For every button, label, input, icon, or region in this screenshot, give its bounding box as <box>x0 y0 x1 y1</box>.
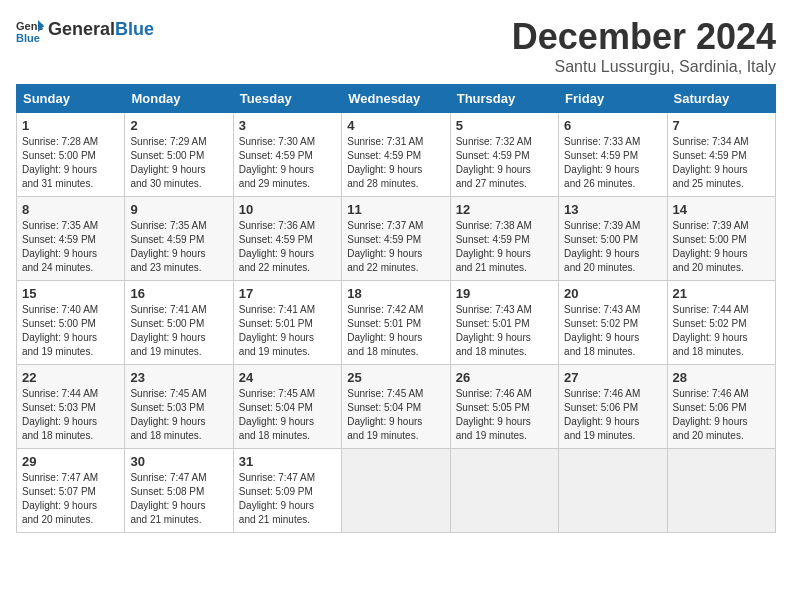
header-saturday: Saturday <box>667 85 775 113</box>
day-info: Sunrise: 7:39 AMSunset: 5:00 PMDaylight:… <box>673 220 749 273</box>
day-number: 17 <box>239 286 336 301</box>
day-info: Sunrise: 7:35 AMSunset: 4:59 PMDaylight:… <box>130 220 206 273</box>
table-row: 3Sunrise: 7:30 AMSunset: 4:59 PMDaylight… <box>233 113 341 197</box>
header-monday: Monday <box>125 85 233 113</box>
day-number: 1 <box>22 118 119 133</box>
header-wednesday: Wednesday <box>342 85 450 113</box>
day-number: 16 <box>130 286 227 301</box>
table-row <box>559 449 667 533</box>
day-info: Sunrise: 7:43 AMSunset: 5:01 PMDaylight:… <box>456 304 532 357</box>
day-number: 6 <box>564 118 661 133</box>
table-row: 14Sunrise: 7:39 AMSunset: 5:00 PMDayligh… <box>667 197 775 281</box>
header-sunday: Sunday <box>17 85 125 113</box>
day-info: Sunrise: 7:46 AMSunset: 5:05 PMDaylight:… <box>456 388 532 441</box>
day-number: 23 <box>130 370 227 385</box>
table-row: 19Sunrise: 7:43 AMSunset: 5:01 PMDayligh… <box>450 281 558 365</box>
table-row: 29Sunrise: 7:47 AMSunset: 5:07 PMDayligh… <box>17 449 125 533</box>
table-row <box>342 449 450 533</box>
header-thursday: Thursday <box>450 85 558 113</box>
day-number: 10 <box>239 202 336 217</box>
day-number: 19 <box>456 286 553 301</box>
table-row: 16Sunrise: 7:41 AMSunset: 5:00 PMDayligh… <box>125 281 233 365</box>
day-info: Sunrise: 7:38 AMSunset: 4:59 PMDaylight:… <box>456 220 532 273</box>
table-row <box>450 449 558 533</box>
table-row: 12Sunrise: 7:38 AMSunset: 4:59 PMDayligh… <box>450 197 558 281</box>
day-info: Sunrise: 7:46 AMSunset: 5:06 PMDaylight:… <box>564 388 640 441</box>
table-row: 2Sunrise: 7:29 AMSunset: 5:00 PMDaylight… <box>125 113 233 197</box>
day-number: 14 <box>673 202 770 217</box>
day-info: Sunrise: 7:47 AMSunset: 5:07 PMDaylight:… <box>22 472 98 525</box>
day-number: 2 <box>130 118 227 133</box>
table-row: 20Sunrise: 7:43 AMSunset: 5:02 PMDayligh… <box>559 281 667 365</box>
table-row: 8Sunrise: 7:35 AMSunset: 4:59 PMDaylight… <box>17 197 125 281</box>
day-info: Sunrise: 7:44 AMSunset: 5:02 PMDaylight:… <box>673 304 749 357</box>
month-title: December 2024 <box>512 16 776 58</box>
day-number: 26 <box>456 370 553 385</box>
day-info: Sunrise: 7:35 AMSunset: 4:59 PMDaylight:… <box>22 220 98 273</box>
day-info: Sunrise: 7:45 AMSunset: 5:04 PMDaylight:… <box>239 388 315 441</box>
day-info: Sunrise: 7:28 AMSunset: 5:00 PMDaylight:… <box>22 136 98 189</box>
table-row: 28Sunrise: 7:46 AMSunset: 5:06 PMDayligh… <box>667 365 775 449</box>
calendar-row: 29Sunrise: 7:47 AMSunset: 5:07 PMDayligh… <box>17 449 776 533</box>
day-number: 4 <box>347 118 444 133</box>
table-row: 5Sunrise: 7:32 AMSunset: 4:59 PMDaylight… <box>450 113 558 197</box>
logo-icon: General Blue <box>16 16 44 44</box>
day-number: 24 <box>239 370 336 385</box>
day-info: Sunrise: 7:37 AMSunset: 4:59 PMDaylight:… <box>347 220 423 273</box>
day-number: 5 <box>456 118 553 133</box>
table-row: 26Sunrise: 7:46 AMSunset: 5:05 PMDayligh… <box>450 365 558 449</box>
calendar-table: Sunday Monday Tuesday Wednesday Thursday… <box>16 84 776 533</box>
table-row: 10Sunrise: 7:36 AMSunset: 4:59 PMDayligh… <box>233 197 341 281</box>
day-info: Sunrise: 7:34 AMSunset: 4:59 PMDaylight:… <box>673 136 749 189</box>
day-number: 28 <box>673 370 770 385</box>
day-number: 12 <box>456 202 553 217</box>
title-area: December 2024 Santu Lussurgiu, Sardinia,… <box>512 16 776 76</box>
table-row: 27Sunrise: 7:46 AMSunset: 5:06 PMDayligh… <box>559 365 667 449</box>
day-number: 9 <box>130 202 227 217</box>
table-row: 1Sunrise: 7:28 AMSunset: 5:00 PMDaylight… <box>17 113 125 197</box>
day-info: Sunrise: 7:30 AMSunset: 4:59 PMDaylight:… <box>239 136 315 189</box>
day-info: Sunrise: 7:42 AMSunset: 5:01 PMDaylight:… <box>347 304 423 357</box>
table-row <box>667 449 775 533</box>
day-info: Sunrise: 7:45 AMSunset: 5:03 PMDaylight:… <box>130 388 206 441</box>
svg-text:Blue: Blue <box>16 32 40 44</box>
day-info: Sunrise: 7:40 AMSunset: 5:00 PMDaylight:… <box>22 304 98 357</box>
day-number: 30 <box>130 454 227 469</box>
weekday-header-row: Sunday Monday Tuesday Wednesday Thursday… <box>17 85 776 113</box>
day-info: Sunrise: 7:29 AMSunset: 5:00 PMDaylight:… <box>130 136 206 189</box>
table-row: 18Sunrise: 7:42 AMSunset: 5:01 PMDayligh… <box>342 281 450 365</box>
table-row: 30Sunrise: 7:47 AMSunset: 5:08 PMDayligh… <box>125 449 233 533</box>
calendar-row: 22Sunrise: 7:44 AMSunset: 5:03 PMDayligh… <box>17 365 776 449</box>
table-row: 11Sunrise: 7:37 AMSunset: 4:59 PMDayligh… <box>342 197 450 281</box>
day-number: 27 <box>564 370 661 385</box>
day-info: Sunrise: 7:47 AMSunset: 5:08 PMDaylight:… <box>130 472 206 525</box>
day-number: 3 <box>239 118 336 133</box>
day-number: 22 <box>22 370 119 385</box>
day-number: 31 <box>239 454 336 469</box>
calendar-row: 8Sunrise: 7:35 AMSunset: 4:59 PMDaylight… <box>17 197 776 281</box>
day-info: Sunrise: 7:31 AMSunset: 4:59 PMDaylight:… <box>347 136 423 189</box>
day-number: 7 <box>673 118 770 133</box>
table-row: 31Sunrise: 7:47 AMSunset: 5:09 PMDayligh… <box>233 449 341 533</box>
calendar-row: 15Sunrise: 7:40 AMSunset: 5:00 PMDayligh… <box>17 281 776 365</box>
header-tuesday: Tuesday <box>233 85 341 113</box>
page-header: General Blue GeneralBlue December 2024 S… <box>16 16 776 76</box>
day-info: Sunrise: 7:44 AMSunset: 5:03 PMDaylight:… <box>22 388 98 441</box>
table-row: 23Sunrise: 7:45 AMSunset: 5:03 PMDayligh… <box>125 365 233 449</box>
day-info: Sunrise: 7:41 AMSunset: 5:00 PMDaylight:… <box>130 304 206 357</box>
day-number: 15 <box>22 286 119 301</box>
day-number: 29 <box>22 454 119 469</box>
day-number: 8 <box>22 202 119 217</box>
table-row: 13Sunrise: 7:39 AMSunset: 5:00 PMDayligh… <box>559 197 667 281</box>
day-info: Sunrise: 7:47 AMSunset: 5:09 PMDaylight:… <box>239 472 315 525</box>
table-row: 24Sunrise: 7:45 AMSunset: 5:04 PMDayligh… <box>233 365 341 449</box>
day-info: Sunrise: 7:43 AMSunset: 5:02 PMDaylight:… <box>564 304 640 357</box>
logo-text: GeneralBlue <box>48 20 154 40</box>
table-row: 4Sunrise: 7:31 AMSunset: 4:59 PMDaylight… <box>342 113 450 197</box>
day-info: Sunrise: 7:39 AMSunset: 5:00 PMDaylight:… <box>564 220 640 273</box>
day-number: 18 <box>347 286 444 301</box>
day-info: Sunrise: 7:41 AMSunset: 5:01 PMDaylight:… <box>239 304 315 357</box>
day-number: 11 <box>347 202 444 217</box>
day-info: Sunrise: 7:46 AMSunset: 5:06 PMDaylight:… <box>673 388 749 441</box>
table-row: 21Sunrise: 7:44 AMSunset: 5:02 PMDayligh… <box>667 281 775 365</box>
